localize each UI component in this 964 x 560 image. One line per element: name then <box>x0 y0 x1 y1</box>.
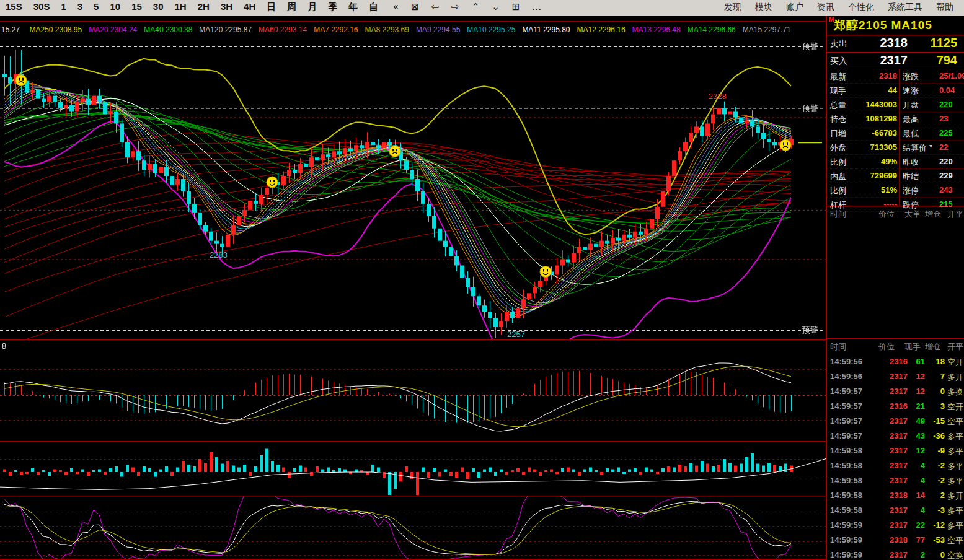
dropdown-arrow-icon[interactable]: ▾ <box>929 142 932 149</box>
tick-position-change: -53 <box>925 535 945 545</box>
bid-row[interactable]: 买入 2317 794 <box>827 53 964 69</box>
tick-time: 14:59:58 <box>830 461 862 470</box>
ma-legend-item: MA250 2308.95 <box>29 25 82 34</box>
quote-value: 44 <box>888 85 897 95</box>
quote-label: 内盘 <box>830 171 846 182</box>
expand-icon[interactable]: ⌄ <box>485 0 506 16</box>
period-button[interactable]: 自 <box>363 0 384 16</box>
tick-row[interactable]: 14:59:5623166118空开 <box>827 354 964 369</box>
tick-price: 2317 <box>874 520 908 530</box>
period-button[interactable]: 季 <box>322 0 343 16</box>
tick-row[interactable]: 14:59:57231743-36多平 <box>827 429 964 444</box>
tick-row[interactable]: 14:59:562317127多开 <box>827 369 964 384</box>
period-button[interactable]: 15 <box>126 0 148 16</box>
divider-line <box>827 338 964 339</box>
arrow-right-icon[interactable]: ⇨ <box>445 0 466 16</box>
divider-line <box>0 21 826 22</box>
ma-legend-item: MA14 2296.66 <box>688 25 736 34</box>
contract-title: 郑醇2105 MA105 <box>834 17 932 33</box>
tick-position-change: 0 <box>925 550 945 559</box>
period-button[interactable]: 30S <box>28 0 56 16</box>
tick-row[interactable]: 14:59:5823174-3多平 <box>827 503 964 518</box>
quote-label: 最新 <box>830 71 846 82</box>
more-icon[interactable]: … <box>526 0 547 16</box>
tick-price: 2318 <box>874 491 908 500</box>
ma-legend-item: MA10 2295.25 <box>467 25 515 34</box>
period-button[interactable]: 15S <box>0 0 28 16</box>
menu-item[interactable]: 账户 <box>779 0 810 16</box>
quote-label: 开盘 <box>903 100 919 111</box>
period-button[interactable]: 周 <box>281 0 302 16</box>
tick-row[interactable]: 14:59:59231720空换 <box>827 548 964 560</box>
quote-row: 昨结229 <box>900 169 964 183</box>
tick-time: 14:59:58 <box>830 476 862 485</box>
period-button[interactable]: 1 <box>55 0 71 16</box>
menu-item[interactable]: 发现 <box>717 0 748 16</box>
period-button[interactable]: 日 <box>261 0 281 16</box>
tick-open-close-flag: 多平 <box>947 431 964 442</box>
menu-item[interactable]: 系统工具 <box>881 0 929 16</box>
tick-open-close-flag: 空换 <box>947 550 964 560</box>
tick-row[interactable]: 14:59:57231749-15空平 <box>827 414 964 429</box>
period-button[interactable]: 月 <box>302 0 322 16</box>
arrow-left-icon[interactable]: ⇦ <box>425 0 445 16</box>
tick-row[interactable]: 14:59:59231877-53空平 <box>827 533 964 548</box>
compress-icon[interactable]: ⌃ <box>466 0 486 16</box>
divider-line <box>827 206 964 206</box>
column-header: 价位 <box>878 341 895 352</box>
tick-row[interactable]: 14:59:5823174-2多平 <box>827 473 964 488</box>
quote-label: 日增 <box>830 128 846 139</box>
quote-row: 现手44 <box>827 84 899 98</box>
period-button[interactable]: 3 <box>72 0 88 16</box>
ask-row[interactable]: 卖出 2318 1125 <box>827 35 964 52</box>
tick-time: 14:59:59 <box>830 520 862 530</box>
period-button[interactable]: 年 <box>343 0 363 16</box>
tick-position-change: -9 <box>925 446 945 455</box>
prev-page-icon[interactable]: « <box>387 0 405 16</box>
tick-open-close-flag: 多换 <box>947 387 964 398</box>
tick-row[interactable]: 14:59:58231712-9多平 <box>827 444 964 458</box>
tick-row[interactable]: 14:59:572316213空开 <box>827 399 964 414</box>
tick-lots: 4 <box>909 461 925 470</box>
quote-value: 49% <box>881 157 897 166</box>
quote-row: 最高23 <box>900 112 964 126</box>
quote-value: 220 <box>939 100 953 109</box>
close-box-icon[interactable]: ⊠ <box>405 0 425 16</box>
quote-row: 比例51% <box>827 183 899 198</box>
period-button[interactable]: 30 <box>148 0 169 16</box>
tick-time: 14:59:57 <box>830 401 862 411</box>
tick-table-header: 时间价位现手增仓开平 <box>827 340 964 352</box>
tick-position-change: 7 <box>925 372 945 381</box>
period-button[interactable]: 5 <box>88 0 104 16</box>
tick-open-close-flag: 空开 <box>947 357 964 368</box>
ma-legend-item: MA12 2296.16 <box>577 25 626 34</box>
quote-value: 22 <box>939 142 948 152</box>
grid-layout-icon[interactable]: ⊞ <box>506 0 526 16</box>
tick-time: 14:59:57 <box>830 387 862 396</box>
ma-legend-item: MA13 2296.48 <box>632 25 681 34</box>
tick-position-change: -36 <box>925 431 945 440</box>
ma-legend-items: MA250 2308.95MA20 2304.24MA40 2300.38MA1… <box>29 24 797 34</box>
period-button[interactable]: 4H <box>238 0 261 16</box>
quote-value: 2318 <box>879 71 897 81</box>
main-chart-canvas[interactable] <box>0 34 826 560</box>
tick-lots: 61 <box>909 357 925 366</box>
menu-item[interactable]: 模块 <box>748 0 779 16</box>
tick-row[interactable]: 14:59:572317120多换 <box>827 384 964 399</box>
quote-label: 比例 <box>830 157 846 168</box>
tick-time: 14:59:58 <box>830 491 862 500</box>
menu-item[interactable]: 帮助 <box>929 0 960 16</box>
menu-item[interactable]: 资讯 <box>810 0 841 16</box>
period-button[interactable]: 2H <box>192 0 215 16</box>
tick-lots: 4 <box>909 505 925 515</box>
quote-value: 729699 <box>870 171 897 180</box>
tick-row[interactable]: 14:59:5823174-2多平 <box>827 458 964 473</box>
quote-label: 昨结 <box>903 171 919 182</box>
tick-row[interactable]: 14:59:59231722-12多平 <box>827 518 964 533</box>
tick-row[interactable]: 14:59:582318142多开 <box>827 488 964 503</box>
period-button[interactable]: 3H <box>215 0 238 16</box>
menu-item[interactable]: 个性化 <box>841 0 881 16</box>
ma-legend-item: MA120 2295.87 <box>199 25 252 34</box>
period-button[interactable]: 10 <box>104 0 126 16</box>
period-button[interactable]: 1H <box>169 0 192 16</box>
